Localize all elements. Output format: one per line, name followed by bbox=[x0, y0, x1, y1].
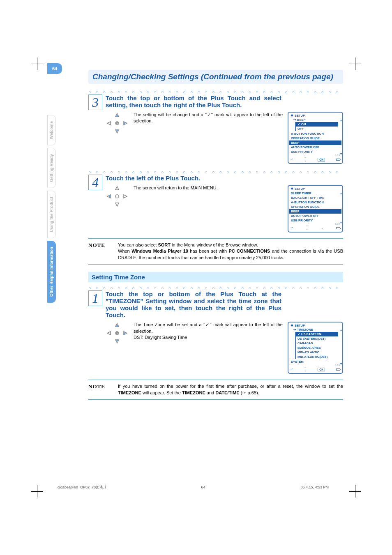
svg-point-6 bbox=[109, 196, 111, 197]
note-block: NOTE You can also select SORT in the Men… bbox=[88, 238, 343, 265]
scroll-up-icon: ▴ bbox=[340, 118, 342, 122]
ok-label: OK bbox=[318, 368, 325, 371]
tab-welcome: Welcome bbox=[47, 115, 56, 145]
divider-dots: ○ ○ ○ ○ ○ ○ ○ ○ ○ ○ ○ ○ ○ ○ ○ ○ ○ ○ ○ ○ … bbox=[88, 90, 343, 94]
step-number: 1 bbox=[88, 290, 102, 306]
option-on: ON bbox=[296, 122, 338, 127]
note-label: NOTE bbox=[88, 242, 112, 261]
tz-option: BUENOS AIRES bbox=[296, 345, 338, 350]
note-block: NOTE If you have turned on the power for… bbox=[88, 380, 343, 400]
battery-icon bbox=[336, 368, 340, 371]
tab-other-info: Other Helpful Information bbox=[47, 241, 56, 303]
step-3-body: The setting will be changed and a "✓" ma… bbox=[134, 112, 283, 164]
menu-item: USB PRIORITY bbox=[289, 218, 341, 223]
page-title: Changing/Checking Settings (Continued fr… bbox=[92, 72, 339, 81]
device-screen-setup-list: SETUP SLEEP TIMER BACKLIGHT OFF TIME A-B… bbox=[288, 185, 343, 233]
divider-dots: ○ ○ ○ ○ ○ ○ ○ ○ ○ ○ ○ ○ ○ ○ ○ ○ ○ ○ ○ ○ … bbox=[88, 286, 343, 290]
tab-using-product: Using the Product bbox=[47, 191, 56, 238]
battery-icon bbox=[336, 159, 340, 161]
step-4-body: The screen will return to the MAIN MENU. bbox=[134, 185, 283, 233]
svg-point-9 bbox=[116, 340, 118, 341]
footer-meta: gigabeatF60_OP62_70(E)å‚¸î 64 05.4.15, 4… bbox=[58, 485, 329, 489]
side-nav-tabs: Welcome Getting Ready Using the Product … bbox=[47, 115, 60, 305]
note-body: If you have turned on the power for the … bbox=[118, 383, 343, 396]
note-body: You can also select SORT in the Menu win… bbox=[118, 242, 343, 261]
tab-getting-ready: Getting Ready bbox=[47, 148, 56, 188]
svg-point-7 bbox=[115, 332, 119, 335]
menu-item: AUTO POWER OFF bbox=[289, 145, 341, 150]
tz-option: MID-ATLANTIC(DST) bbox=[296, 355, 338, 359]
return-icon bbox=[291, 226, 293, 230]
battery-icon bbox=[336, 227, 340, 229]
footer-page: 64 bbox=[201, 485, 205, 489]
screen-submenu: ↪ TIMEZONE bbox=[289, 328, 341, 332]
svg-point-1 bbox=[116, 115, 118, 117]
crop-mark bbox=[349, 58, 361, 70]
arrow-right-icon bbox=[321, 227, 323, 230]
step-3: 3 Touch the top or bottom of the Plus To… bbox=[88, 94, 343, 164]
scroll-up-icon: ▴ bbox=[340, 328, 342, 332]
option-off: OFF bbox=[296, 127, 338, 131]
menu-item: AUTO POWER OFF bbox=[289, 214, 341, 218]
nav-arrows-icon: ⌃⌄ bbox=[306, 226, 308, 230]
return-icon bbox=[291, 158, 293, 161]
crop-mark bbox=[349, 485, 361, 497]
footer-timestamp: 05.4.15, 4:53 PM bbox=[300, 485, 329, 489]
screen-submenu: ↪ BEEP bbox=[289, 118, 341, 122]
device-screen-beep-select: SETUP ↪ BEEP ON OFF A-BUTTON FUNCTION OP… bbox=[288, 112, 343, 164]
menu-item-system: SYSTEM bbox=[289, 359, 341, 364]
plus-touch-icon bbox=[106, 112, 129, 135]
scroll-up-icon: ▴ bbox=[340, 191, 342, 195]
menu-item: OPERATION GUIDE bbox=[289, 205, 341, 209]
footer-file: gigabeatF60_OP62_70(E)å‚¸î bbox=[58, 485, 106, 489]
tz-option: MID-ATLANTIC bbox=[296, 350, 338, 355]
menu-item: A-BUTTON FUNCTION bbox=[289, 200, 341, 205]
step-1b-body: The Time Zone will be set and a "✓" mark… bbox=[134, 322, 283, 374]
svg-point-8 bbox=[116, 325, 118, 327]
svg-point-2 bbox=[116, 130, 118, 131]
step-4: 4 Touch the left of the Plus Touch. The … bbox=[88, 175, 343, 233]
return-icon bbox=[291, 368, 293, 371]
screen-header: SETUP bbox=[289, 323, 341, 328]
nav-arrows-icon: ⌃⌄ bbox=[304, 367, 307, 372]
svg-point-3 bbox=[124, 122, 125, 124]
step-4-title: Touch the left of the Plus Touch. bbox=[106, 175, 343, 182]
divider-dots: ○ ○ ○ ○ ○ ○ ○ ○ ○ ○ ○ ○ ○ ○ ○ ○ ○ ○ ○ ○ … bbox=[88, 170, 343, 175]
scroll-down-icon: ▾ bbox=[340, 152, 342, 156]
svg-point-10 bbox=[124, 332, 125, 334]
menu-item-selected: BEEP bbox=[289, 209, 341, 214]
menu-item: OPERATION GUIDE bbox=[289, 136, 341, 140]
note-label: NOTE bbox=[88, 383, 112, 396]
screen-header: SETUP bbox=[289, 113, 341, 118]
plus-touch-icon bbox=[106, 322, 129, 345]
menu-item-selected: BEEP bbox=[289, 140, 341, 145]
ok-label: OK bbox=[318, 158, 325, 161]
page-ref-icon bbox=[242, 390, 247, 395]
step-3-title: Touch the top or bottom of the Plus Touc… bbox=[106, 94, 343, 108]
step-number: 3 bbox=[88, 94, 102, 110]
plus-touch-left-icon bbox=[106, 185, 129, 208]
step-1b-title: Touch the top or bottom of the Plus Touc… bbox=[106, 290, 343, 318]
menu-item: BACKLIGHT OFF TIME bbox=[289, 196, 341, 200]
section-title-timezone: Setting Time Zone bbox=[88, 272, 343, 282]
crop-mark bbox=[31, 485, 43, 497]
svg-point-11 bbox=[116, 332, 118, 334]
device-screen-timezone: SETUP ↪ TIMEZONE US EASTERN US EASTERN(D… bbox=[288, 322, 343, 374]
svg-point-0 bbox=[115, 122, 119, 125]
tz-option: US EASTERN(DST) bbox=[296, 336, 338, 341]
tz-option: CARACAS bbox=[296, 341, 338, 345]
tz-option: US EASTERN bbox=[296, 332, 338, 336]
page-title-bar: Changing/Checking Settings (Continued fr… bbox=[88, 70, 343, 84]
menu-item: SLEEP TIMER bbox=[289, 191, 341, 196]
svg-point-5 bbox=[115, 195, 119, 198]
nav-arrows-icon: ⌃⌄ bbox=[304, 157, 307, 162]
manual-page: Welcome Getting Ready Using the Product … bbox=[0, 0, 392, 555]
svg-point-4 bbox=[116, 122, 118, 124]
scroll-down-icon: ▾ bbox=[340, 221, 342, 224]
crop-mark bbox=[31, 58, 43, 70]
step-number: 4 bbox=[88, 175, 102, 190]
page-number-badge: 64 bbox=[47, 63, 62, 74]
screen-header: SETUP bbox=[289, 187, 341, 191]
menu-item: A-BUTTON FUNCTION bbox=[289, 131, 341, 136]
step-1-timezone: 1 Touch the top or bottom of the Plus To… bbox=[88, 290, 343, 374]
